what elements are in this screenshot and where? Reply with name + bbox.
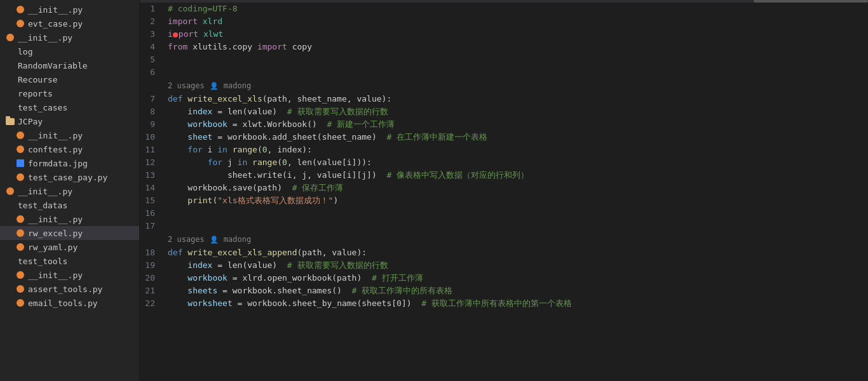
sidebar-item-init3[interactable]: __init__.py xyxy=(0,128,139,142)
sidebar-item-conftest[interactable]: conftest.py xyxy=(0,142,139,156)
sidebar-item-recourse[interactable]: Recourse xyxy=(0,72,139,86)
sidebar-item-random_variable[interactable]: RandomVariable xyxy=(0,58,139,72)
sidebar-item-label: Recourse xyxy=(18,75,58,84)
table-row: 6 xyxy=(140,66,868,79)
image-file-icon xyxy=(15,158,25,168)
python-file-icon xyxy=(15,18,25,29)
table-row: 3iport xlwt xyxy=(140,28,868,41)
sidebar-item-rw_yaml[interactable]: rw_yaml.py xyxy=(0,240,139,254)
python-file-icon xyxy=(15,130,25,140)
sidebar-item-evt_case[interactable]: evt_case.py xyxy=(0,17,139,30)
sidebar-item-init1[interactable]: __init__.py xyxy=(0,3,139,17)
line-content: workbook = xlrd.open_workbook(path) # 打开… xyxy=(165,272,868,284)
error-indicator xyxy=(173,32,178,37)
sidebar-item-init4[interactable]: __init__.py xyxy=(0,184,139,198)
line-content: def write_excel_xls_append(path, value): xyxy=(165,246,868,259)
scrollbar-thumb[interactable] xyxy=(754,0,868,3)
table-row: 4from xlutils.copy import copy xyxy=(140,41,868,53)
python-file-icon xyxy=(15,298,25,308)
line-number: 10 xyxy=(140,131,165,144)
line-number: 5 xyxy=(140,53,165,66)
line-content: sheets = workbook.sheet_names() # 获取工作薄中… xyxy=(165,284,868,297)
sidebar-item-jcpay[interactable]: JCPay xyxy=(0,114,139,128)
python-file-icon xyxy=(15,172,25,182)
table-row: 11 for i in range(0, index): xyxy=(140,144,868,156)
sidebar-item-reports[interactable]: reports xyxy=(0,86,139,100)
sidebar-item-test_datas[interactable]: test_datas xyxy=(0,198,139,212)
line-content xyxy=(165,66,868,79)
sidebar-item-init2[interactable]: __init__.py xyxy=(0,30,139,44)
line-content: workbook.save(path) # 保存工作薄 xyxy=(165,182,868,194)
table-row: 22 worksheet = workbook.sheet_by_name(sh… xyxy=(140,297,868,310)
sidebar-item-label: __init__.py xyxy=(28,5,83,15)
python-file-icon xyxy=(15,270,25,280)
plain-item-icon xyxy=(5,46,15,57)
sidebar-item-assert_tools[interactable]: assert_tools.py xyxy=(0,282,139,296)
table-row: 19 index = len(value) # 获取需要写入数据的行数 xyxy=(140,259,868,272)
line-number: 1 xyxy=(140,3,165,15)
line-content xyxy=(165,220,868,232)
sidebar-item-label: __init__.py xyxy=(18,187,72,196)
line-number: 4 xyxy=(140,41,165,53)
sidebar-item-label: assert_tools.py xyxy=(28,284,102,294)
line-content: # coding=UTF-8 xyxy=(165,3,868,15)
sidebar-item-formdata[interactable]: formdata.jpg xyxy=(0,156,139,170)
usage-user: madong xyxy=(224,81,251,90)
python-file-icon xyxy=(15,4,25,15)
python-file-icon xyxy=(15,144,25,154)
sidebar-item-init6[interactable]: __init__.py xyxy=(0,268,139,282)
sidebar-item-label: RandomVariable xyxy=(18,61,88,70)
folder-icon xyxy=(5,116,15,126)
sidebar-item-label: __init__.py xyxy=(18,33,72,43)
sidebar-item-label: log xyxy=(18,47,32,57)
python-file-icon xyxy=(15,228,25,238)
table-row: 2import xlrd xyxy=(140,15,868,28)
sidebar-item-test_tools[interactable]: test_tools xyxy=(0,254,139,268)
table-row: 21 sheets = workbook.sheet_names() # 获取工… xyxy=(140,284,868,297)
line-number: 22 xyxy=(140,297,165,310)
line-number: 17 xyxy=(140,220,165,232)
table-row: 17 xyxy=(140,220,868,232)
table-row: 8 index = len(value) # 获取需要写入数据的行数 xyxy=(140,105,868,118)
line-content: index = len(value) # 获取需要写入数据的行数 xyxy=(165,259,868,272)
plain-item-icon xyxy=(5,88,15,98)
python-file-icon xyxy=(15,214,25,224)
usage-count: 2 usages xyxy=(168,235,205,244)
line-content: index = len(value) # 获取需要写入数据的行数 xyxy=(165,105,868,118)
line-content: sheet.write(i, j, value[i][j]) # 像表格中写入数… xyxy=(165,169,868,182)
table-row: 12 for j in range(0, len(value[i])): xyxy=(140,156,868,169)
line-content: from xlutils.copy import copy xyxy=(165,41,868,53)
line-number: 11 xyxy=(140,144,165,156)
sidebar-item-label: rw_excel.py xyxy=(28,229,83,238)
sidebar-item-email_tools[interactable]: email_tools.py xyxy=(0,296,139,310)
table-row: 9 workbook = xlwt.Workbook() # 新建一个工作薄 xyxy=(140,118,868,131)
line-content: def write_excel_xls(path, sheet_name, va… xyxy=(165,93,868,105)
code-area: 1# coding=UTF-82import xlrd3iport xlwt4f… xyxy=(140,3,868,310)
sidebar-item-label: email_tools.py xyxy=(28,298,98,308)
line-number: 21 xyxy=(140,284,165,297)
sidebar-item-label: test_cases xyxy=(18,103,67,112)
sidebar-item-log[interactable]: log xyxy=(0,44,139,58)
sidebar-item-label: evt_case.py xyxy=(28,19,83,29)
line-content: workbook = xlwt.Workbook() # 新建一个工作薄 xyxy=(165,118,868,131)
top-scrollbar[interactable] xyxy=(140,0,868,3)
plain-item-icon xyxy=(5,60,15,70)
sidebar-item-test_cases[interactable]: test_cases xyxy=(0,100,139,114)
plain-item-icon xyxy=(5,102,15,112)
table-row: 1# coding=UTF-8 xyxy=(140,3,868,15)
table-row: 7def write_excel_xls(path, sheet_name, v… xyxy=(140,93,868,105)
line-content: for i in range(0, index): xyxy=(165,144,868,156)
line-number: 9 xyxy=(140,118,165,131)
line-content xyxy=(165,207,868,220)
file-explorer: __init__.pyevt_case.py__init__.pylogRand… xyxy=(0,0,140,381)
table-row: 5 xyxy=(140,53,868,66)
table-row: 14 workbook.save(path) # 保存工作薄 xyxy=(140,182,868,194)
sidebar-item-label: rw_yaml.py xyxy=(28,243,78,252)
table-row: 15 print("xls格式表格写入数据成功！") xyxy=(140,194,868,207)
sidebar-item-init5[interactable]: __init__.py xyxy=(0,212,139,226)
sidebar-item-label: reports xyxy=(18,89,53,98)
sidebar-item-rw_excel[interactable]: rw_excel.py xyxy=(0,226,139,240)
line-number: 14 xyxy=(140,182,165,194)
sidebar-item-test_case_pay[interactable]: test_case_pay.py xyxy=(0,170,139,184)
person-icon: 👤 xyxy=(210,236,219,244)
